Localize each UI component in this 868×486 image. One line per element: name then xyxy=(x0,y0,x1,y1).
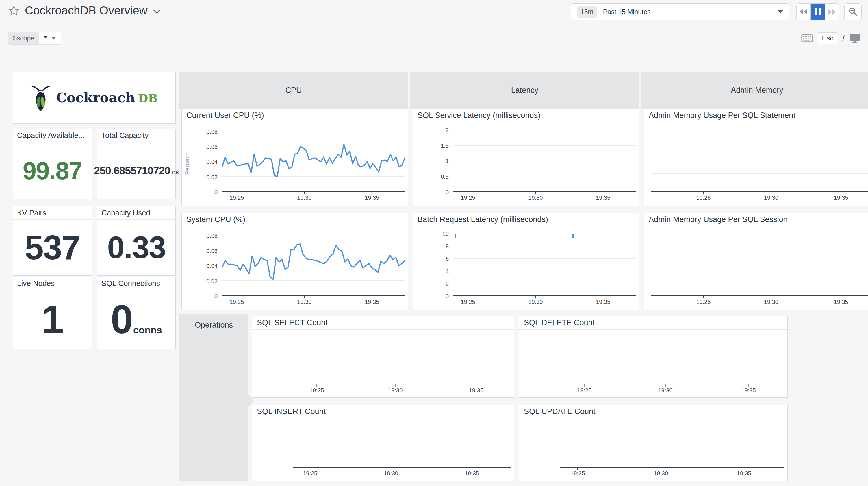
gridline xyxy=(651,135,868,135)
chart-plot[interactable]: 19:2519:3019:35 xyxy=(453,127,636,192)
chart-plot[interactable]: 19:2519:3019:35 xyxy=(651,127,868,192)
x-tick-mark xyxy=(237,191,237,194)
group-title: Latency xyxy=(511,86,538,95)
x-tick-label: 19:25 xyxy=(309,387,324,394)
kpi-sql-connections: SQL Connections 0 conns xyxy=(97,277,176,349)
panel-current-user-cpu[interactable]: Current User CPU (%) 00.020.040.060.0819… xyxy=(182,109,408,206)
y-tick-label: 0.08 xyxy=(182,128,218,135)
chart-plot[interactable]: 19:2519:3019:35 xyxy=(222,127,405,192)
forward-button[interactable] xyxy=(825,4,839,20)
time-range-picker[interactable]: 15m Past 15 Minutes xyxy=(571,3,789,20)
chart-title: SQL UPDATE Count xyxy=(519,405,787,418)
x-tick-label: 19:25 xyxy=(461,299,475,305)
kpi-unit: GB xyxy=(172,170,179,175)
chart-plot[interactable]: 19:2519:3019:35 xyxy=(651,231,868,296)
data-mark xyxy=(455,234,456,238)
x-tick-label: 19:25 xyxy=(696,195,711,201)
kpi-title: Capacity Available... xyxy=(13,129,92,142)
chart-title: Batch Request Latency (milliseconds) xyxy=(413,213,639,226)
kpi-value: 537 xyxy=(25,230,80,264)
y-tick-label: 2 xyxy=(413,126,449,133)
panel-sql-insert-count[interactable]: SQL INSERT Count 19:2519:3019:35 xyxy=(252,405,514,481)
x-tick-mark xyxy=(841,295,841,298)
panel-sql-select-count[interactable]: SQL SELECT Count 19:2519:3019:35 xyxy=(252,316,514,398)
scope-var-name: $scope xyxy=(8,32,39,45)
chart-plot[interactable]: 19:2519:3019:35 xyxy=(293,334,511,384)
x-tick-label: 19:30 xyxy=(297,299,311,305)
y-axis xyxy=(252,334,293,384)
panel-sql-delete-count[interactable]: SQL DELETE Count 19:2519:3019:35 xyxy=(519,316,788,398)
chart-plot[interactable]: 19:2519:3019:35 xyxy=(222,231,405,296)
x-tick-mark xyxy=(468,295,468,298)
x-tick-mark xyxy=(468,191,468,194)
x-tick-mark xyxy=(304,191,305,194)
x-tick-label: 19:30 xyxy=(654,470,668,477)
chart-title: SQL DELETE Count xyxy=(519,316,787,330)
chart-title: Admin Memory Usage Per SQL Statement xyxy=(644,109,868,122)
logo-brand-text: Cockroach xyxy=(56,90,135,106)
x-tick-mark xyxy=(535,191,536,194)
y-tick-label: 8 xyxy=(413,243,449,250)
x-tick-mark xyxy=(603,295,603,298)
line-series xyxy=(222,231,405,295)
time-range-label: Past 15 Minutes xyxy=(603,8,772,16)
chart-body: 19:2519:3019:35 xyxy=(644,122,868,205)
chart-plot[interactable]: 19:2519:3019:35 xyxy=(560,423,784,468)
chart-plot[interactable]: 19:2519:3019:35 xyxy=(453,231,636,296)
caret-down-icon xyxy=(778,10,783,13)
panel-admin-memory-statement[interactable]: Admin Memory Usage Per SQL Statement 19:… xyxy=(644,109,868,206)
kpi-title: SQL Connections xyxy=(97,277,176,290)
x-tick-mark xyxy=(703,295,704,298)
panel-sql-update-count[interactable]: SQL UPDATE Count 19:2519:3019:35 xyxy=(519,405,788,481)
chart-plot[interactable]: 19:2519:3019:35 xyxy=(293,423,511,468)
x-tick-label: 19:30 xyxy=(764,299,778,305)
y-axis xyxy=(519,334,560,384)
shortcut-hint-bar: Esc / xyxy=(801,31,861,45)
x-tick-label: 19:35 xyxy=(737,470,751,477)
x-tick-mark xyxy=(841,191,841,194)
x-tick-mark xyxy=(535,295,536,298)
group-title: Admin Memory xyxy=(731,86,783,95)
star-icon[interactable] xyxy=(8,5,20,17)
keyboard-icon[interactable] xyxy=(801,34,813,42)
chart-title: Current User CPU (%) xyxy=(182,109,408,122)
zoom-out-button[interactable] xyxy=(844,3,862,20)
template-variable-scope[interactable]: $scope * xyxy=(8,32,61,45)
chart-plot[interactable]: 19:2519:3019:35 xyxy=(560,334,784,384)
y-axis xyxy=(252,423,293,468)
chart-body: 19:2519:3019:35 xyxy=(252,418,514,481)
kpi-unit: conns xyxy=(133,324,162,336)
chevron-down-icon[interactable] xyxy=(153,9,161,15)
gridline xyxy=(453,145,636,146)
x-tick-mark xyxy=(771,191,772,194)
panel-sql-service-latency[interactable]: SQL Service Latency (milliseconds) 00.51… xyxy=(413,109,639,206)
chart-title: Admin Memory Usage Per SQL Session xyxy=(644,213,868,226)
x-tick-mark xyxy=(372,295,372,298)
group-header-operations[interactable]: Operations xyxy=(179,314,248,481)
x-tick-label: 19:35 xyxy=(596,299,610,305)
monitor-icon[interactable] xyxy=(849,33,861,43)
x-tick-label: 19:30 xyxy=(658,387,673,394)
chart-body: 024681019:2519:3019:35 xyxy=(413,226,639,310)
x-tick-label: 19:30 xyxy=(384,470,398,477)
y-tick-label: 0.08 xyxy=(182,232,218,239)
pause-button[interactable] xyxy=(811,4,825,20)
scope-var-value-dropdown[interactable]: * xyxy=(39,32,61,45)
gridline xyxy=(651,278,868,279)
x-tick-mark xyxy=(372,191,372,194)
x-tick-label: 19:30 xyxy=(528,195,542,201)
rewind-button[interactable] xyxy=(797,4,811,20)
y-tick-label: 6 xyxy=(413,256,449,262)
chart-title: SQL Service Latency (milliseconds) xyxy=(413,109,639,122)
x-tick-label: 19:35 xyxy=(596,195,610,201)
group-header-admin-memory[interactable]: Admin Memory xyxy=(642,72,868,109)
scope-var-value: * xyxy=(44,34,47,43)
kpi-capacity-available: Capacity Available... 99.87 xyxy=(13,128,92,199)
panel-system-cpu[interactable]: System CPU (%) 00.020.040.060.0819:2519:… xyxy=(182,213,408,310)
panel-admin-memory-session[interactable]: Admin Memory Usage Per SQL Session 19:25… xyxy=(644,213,868,310)
x-tick-label: 19:30 xyxy=(528,299,542,305)
panel-batch-request-latency[interactable]: Batch Request Latency (milliseconds) 024… xyxy=(413,213,639,310)
group-title: Operations xyxy=(195,321,233,330)
x-tick-label: 19:35 xyxy=(365,195,379,201)
y-axis xyxy=(519,423,560,468)
